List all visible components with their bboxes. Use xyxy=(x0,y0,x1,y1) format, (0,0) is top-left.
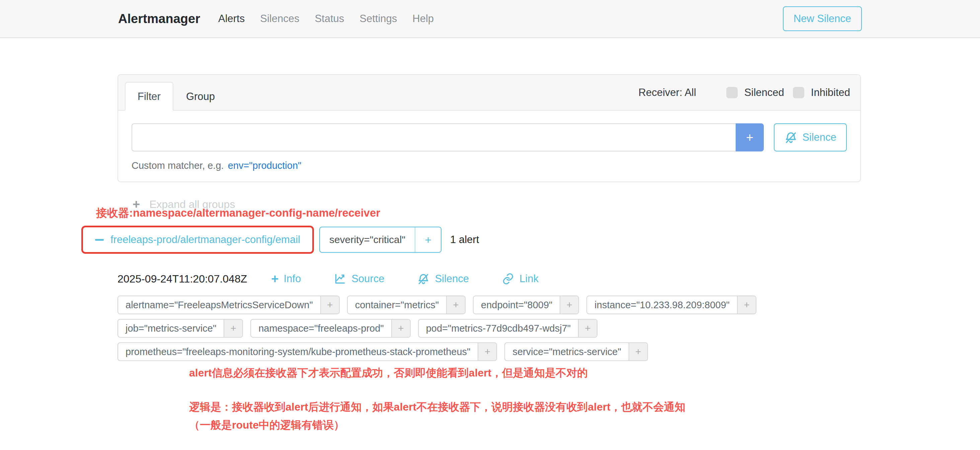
silenced-toggle[interactable]: Silenced xyxy=(726,87,784,98)
bell-slash-icon xyxy=(784,131,798,144)
label-add-filter-button[interactable]: + xyxy=(320,296,339,314)
add-matcher-button[interactable]: + xyxy=(736,124,764,151)
alert-label-text: job="metrics-service" xyxy=(118,320,224,337)
label-add-filter-button[interactable]: + xyxy=(391,320,410,337)
label-add-filter-button[interactable]: + xyxy=(628,343,647,360)
nav-status[interactable]: Status xyxy=(315,13,344,25)
silence-filter-label: Silence xyxy=(802,132,837,143)
alert-label: instance="10.233.98.209:8009" + xyxy=(586,296,756,314)
annotation-alert-note: alert信息必须在接收器下才表示配置成功，否则即使能看到alert，但是通知是… xyxy=(189,366,588,380)
tab-group[interactable]: Group xyxy=(173,82,228,111)
link-icon xyxy=(502,273,514,285)
alert-label-text: instance="10.233.98.209:8009" xyxy=(587,296,737,314)
alert-label-text: pod="metrics-77d9cdb497-wdsj7" xyxy=(419,320,578,337)
annotation-logic-note: 逻辑是：接收器收到alert后进行通知，如果alert不在接收器下，说明接收器没… xyxy=(189,398,686,434)
annotation-logic-line1: 逻辑是：接收器收到alert后进行通知，如果alert不在接收器下，说明接收器没… xyxy=(189,398,686,416)
plus-icon: + xyxy=(271,273,278,285)
silenced-checkbox[interactable] xyxy=(726,87,738,98)
alert-group-row: freeleaps-prod/alertmanager-config/email… xyxy=(81,226,479,254)
inhibited-checkbox[interactable] xyxy=(793,87,804,98)
label-add-filter-button[interactable]: + xyxy=(446,296,465,314)
filter-card-body: + Silence Custom matcher, e.g. env="prod… xyxy=(118,111,860,171)
tab-filter[interactable]: Filter xyxy=(125,82,173,111)
label-add-filter-button[interactable]: + xyxy=(560,296,578,314)
navbar: Alertmanager Alerts Silences Status Sett… xyxy=(0,0,980,38)
group-matcher-add-button[interactable]: + xyxy=(415,227,441,252)
nav-silences[interactable]: Silences xyxy=(260,13,299,25)
receiver-group-button[interactable]: freeleaps-prod/alertmanager-config/email xyxy=(83,234,312,246)
label-add-filter-button[interactable]: + xyxy=(224,320,242,337)
nav-help[interactable]: Help xyxy=(412,13,434,25)
app-brand[interactable]: Alertmanager xyxy=(118,12,200,26)
silenced-label: Silenced xyxy=(745,87,784,98)
receiver-group-label: freeleaps-prod/alertmanager-config/email xyxy=(110,234,300,246)
receiver-selector[interactable]: Receiver: All xyxy=(639,87,696,98)
matcher-example-link[interactable]: env="production" xyxy=(228,160,302,171)
alert-count: 1 alert xyxy=(450,234,479,246)
label-add-filter-button[interactable]: + xyxy=(477,343,496,360)
alert-info-label: Info xyxy=(283,273,301,285)
alert-timestamp: 2025-09-24T11:20:07.048Z xyxy=(118,273,247,285)
custom-matcher-help: Custom matcher, e.g. xyxy=(132,160,224,171)
alert-label: namespace="freeleaps-prod" + xyxy=(250,319,410,338)
group-matcher-chip: severity="critical" + xyxy=(319,227,441,253)
alert-label-text: container="metrics" xyxy=(348,296,446,314)
inhibited-label: Inhibited xyxy=(811,87,850,98)
alert-info-button[interactable]: + Info xyxy=(271,273,301,285)
bell-slash-icon xyxy=(417,273,430,285)
filter-card: Filter Group Receiver: All Silenced Inhi… xyxy=(118,74,861,182)
label-add-filter-button[interactable]: + xyxy=(578,320,597,337)
alert-header: 2025-09-24T11:20:07.048Z + Info Source S… xyxy=(118,270,571,287)
alert-source-label: Source xyxy=(352,273,384,285)
alert-labels: alertname="FreeleapsMetricsServiceDown" … xyxy=(118,296,760,361)
alert-label-text: namespace="freeleaps-prod" xyxy=(251,320,391,337)
filter-card-header: Filter Group Receiver: All Silenced Inhi… xyxy=(118,75,860,111)
alert-label-text: alertname="FreeleapsMetricsServiceDown" xyxy=(118,296,320,314)
alert-label-text: endpoint="8009" xyxy=(474,296,560,314)
label-add-filter-button[interactable]: + xyxy=(737,296,756,314)
alert-label-text: prometheus="freeleaps-monitoring-system/… xyxy=(118,343,477,360)
alert-label-text: service="metrics-service" xyxy=(505,343,628,360)
alert-label: job="metrics-service" + xyxy=(118,319,243,338)
silence-filter-button[interactable]: Silence xyxy=(774,124,847,151)
alert-link-button[interactable]: Link xyxy=(502,273,539,285)
alert-label: container="metrics" + xyxy=(347,296,466,314)
inhibited-toggle[interactable]: Inhibited xyxy=(793,87,850,98)
annotation-logic-line2: （一般是route中的逻辑有错误） xyxy=(189,416,686,434)
group-matcher-label: severity="critical" xyxy=(320,227,415,252)
receiver-highlight-box: freeleaps-prod/alertmanager-config/email xyxy=(81,226,314,254)
alert-link-label: Link xyxy=(519,273,539,285)
alert-source-button[interactable]: Source xyxy=(334,273,384,285)
chart-line-icon xyxy=(334,273,347,285)
nav-alerts[interactable]: Alerts xyxy=(218,13,245,25)
matcher-input-group: + xyxy=(132,124,764,151)
alert-silence-button[interactable]: Silence xyxy=(417,273,469,285)
alert-label: endpoint="8009" + xyxy=(473,296,579,314)
nav-settings[interactable]: Settings xyxy=(360,13,397,25)
alert-label: pod="metrics-77d9cdb497-wdsj7" + xyxy=(418,319,597,338)
new-silence-button[interactable]: New Silence xyxy=(783,6,862,31)
alert-label: prometheus="freeleaps-monitoring-system/… xyxy=(118,342,497,361)
alertmanager-page: Alertmanager Alerts Silences Status Sett… xyxy=(0,0,980,450)
annotation-receiver-note: 接收器:namespace/altermanager-config-name/r… xyxy=(96,206,380,221)
alert-label: service="metrics-service" + xyxy=(504,342,648,361)
matcher-input[interactable] xyxy=(132,124,736,151)
alert-label: alertname="FreeleapsMetricsServiceDown" … xyxy=(118,296,340,314)
collapse-minus-icon xyxy=(95,239,104,241)
alert-silence-label: Silence xyxy=(435,273,469,285)
